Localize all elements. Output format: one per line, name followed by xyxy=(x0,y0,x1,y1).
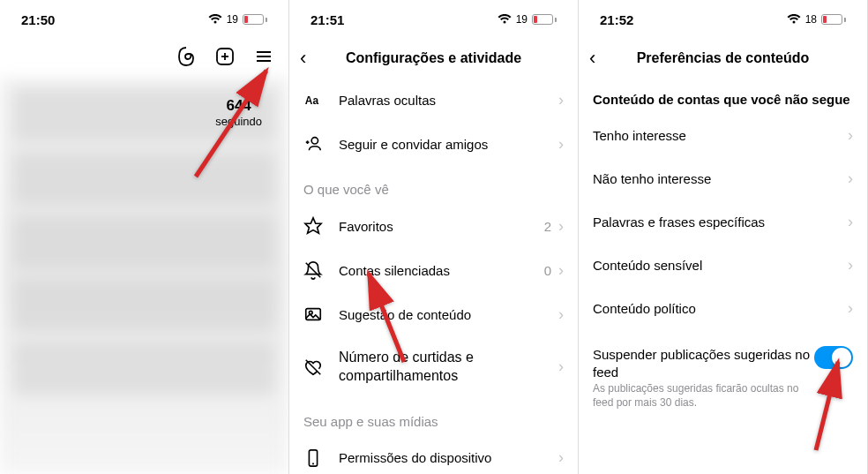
wifi-icon xyxy=(498,12,512,27)
back-button[interactable]: ‹ xyxy=(589,47,595,70)
chevron-right-icon: › xyxy=(558,305,564,324)
back-button[interactable]: ‹ xyxy=(300,47,306,70)
bell-off-icon xyxy=(303,260,328,280)
item-label: Conteúdo político xyxy=(593,301,848,316)
phone-icon xyxy=(303,448,328,468)
status-bar: 21:51 19 xyxy=(289,0,578,39)
status-time: 21:52 xyxy=(600,12,633,27)
battery-percent: 19 xyxy=(227,13,238,26)
settings-header: ‹ Preferências de conteúdo xyxy=(579,39,867,78)
status-bar: 21:50 19 xyxy=(0,0,288,39)
photo-icon xyxy=(303,305,328,324)
battery-percent: 18 xyxy=(805,13,817,26)
item-sensitive-content[interactable]: Conteúdo sensível › xyxy=(579,244,867,287)
chevron-right-icon: › xyxy=(558,448,564,467)
item-specific-words[interactable]: Palavras e frases específicas › xyxy=(579,200,867,244)
status-time: 21:50 xyxy=(21,12,55,27)
chevron-right-icon: › xyxy=(848,213,853,231)
screen-content-preferences: 21:52 18 ‹ Preferências de conteúdo Cont… xyxy=(579,0,868,474)
svg-text:Aa: Aa xyxy=(305,94,319,107)
status-time: 21:51 xyxy=(311,12,344,27)
section-unfollowed-content: Conteúdo de contas que você não segue xyxy=(579,78,867,114)
annotation-arrow xyxy=(178,62,284,189)
chevron-right-icon: › xyxy=(848,256,853,275)
annotation-arrow xyxy=(789,353,860,463)
item-favorites[interactable]: Favoritos 2 › xyxy=(289,204,578,248)
item-hidden-words[interactable]: Aa Palavras ocultas › xyxy=(289,78,578,122)
battery-icon xyxy=(821,14,846,25)
add-person-icon xyxy=(303,134,328,154)
svg-line-21 xyxy=(369,274,404,362)
chevron-right-icon: › xyxy=(558,261,564,280)
status-right: 19 xyxy=(208,12,267,27)
item-label: Palavras e frases específicas xyxy=(593,214,848,229)
section-what-you-see: O que você vê xyxy=(289,166,578,204)
annotation-arrow xyxy=(333,265,422,374)
item-political-content[interactable]: Conteúdo político › xyxy=(579,287,867,330)
item-count: 2 xyxy=(544,219,551,234)
section-app-media: Seu app e suas mídias xyxy=(289,398,578,436)
battery-icon xyxy=(243,14,267,25)
toggle-label-group: Suspender publicações sugeridas no feed … xyxy=(593,346,814,410)
toggle-label: Suspender publicações sugeridas no feed xyxy=(593,346,814,380)
item-label: Palavras ocultas xyxy=(339,93,558,108)
page-title: Preferências de conteúdo xyxy=(579,50,867,66)
chevron-right-icon: › xyxy=(848,299,853,318)
item-label: Favoritos xyxy=(339,219,544,234)
item-follow-invite[interactable]: Seguir e convidar amigos › xyxy=(289,122,578,166)
item-label: Seguir e convidar amigos xyxy=(339,137,558,152)
toggle-sublabel: As publicações sugeridas ficarão ocultas… xyxy=(593,382,814,410)
item-label: Não tenho interesse xyxy=(593,171,848,186)
item-label: Permissões do dispositivo xyxy=(339,450,558,465)
item-label: Tenho interesse xyxy=(593,128,848,143)
item-not-interested[interactable]: Não tenho interesse › xyxy=(579,157,867,200)
svg-marker-12 xyxy=(305,218,321,233)
chevron-right-icon: › xyxy=(848,169,853,188)
wifi-icon xyxy=(787,12,801,27)
wifi-icon xyxy=(208,12,222,27)
item-count: 0 xyxy=(544,263,551,278)
status-right: 18 xyxy=(787,12,846,27)
status-right: 19 xyxy=(498,12,557,27)
heart-off-icon xyxy=(303,357,328,377)
svg-point-9 xyxy=(311,138,318,144)
screen-settings: 21:51 19 ‹ Configurações e atividade Aa … xyxy=(289,0,579,474)
status-bar: 21:52 18 xyxy=(579,0,867,39)
settings-header: ‹ Configurações e atividade xyxy=(289,39,578,78)
item-interested[interactable]: Tenho interesse › xyxy=(579,114,867,157)
item-label: Conteúdo sensível xyxy=(593,258,848,273)
svg-line-7 xyxy=(196,71,266,177)
battery-percent: 19 xyxy=(516,13,528,26)
chevron-right-icon: › xyxy=(558,217,564,236)
battery-icon xyxy=(532,14,557,25)
page-title: Configurações e atividade xyxy=(289,50,578,66)
text-aa-icon: Aa xyxy=(303,90,328,109)
screen-profile: 21:50 19 644 seguindo xyxy=(0,0,289,474)
chevron-right-icon: › xyxy=(848,126,853,145)
chevron-right-icon: › xyxy=(558,135,564,154)
svg-line-23 xyxy=(816,362,838,450)
chevron-right-icon: › xyxy=(558,91,564,109)
chevron-right-icon: › xyxy=(558,357,564,376)
star-icon xyxy=(303,216,328,236)
item-permissions[interactable]: Permissões do dispositivo › xyxy=(289,436,578,474)
